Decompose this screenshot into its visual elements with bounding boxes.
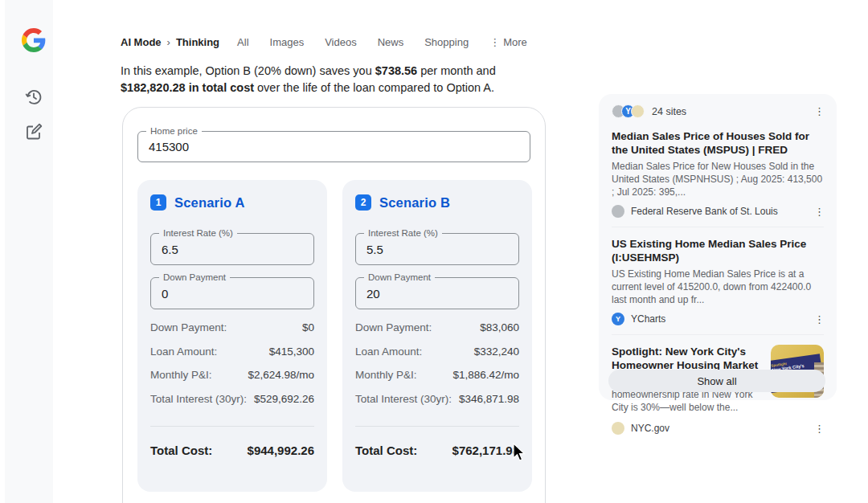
source-entry: Median Sales Price of Houses Sold for th… [612, 129, 824, 218]
divider [150, 426, 314, 427]
result-row: Down Payment:$83,060 [355, 321, 519, 333]
scenario-b-title: Scenario B [379, 195, 450, 211]
tab-news[interactable]: News [378, 36, 404, 48]
result-row: Loan Amount:$332,240 [355, 346, 519, 358]
scenario-b-results: Down Payment:$83,060 Loan Amount:$332,24… [355, 321, 519, 405]
scenario-a-title: Scenario A [174, 195, 245, 211]
source-site-name: Federal Reserve Bank of St. Louis [631, 206, 778, 217]
tab-more[interactable]: ⋮ More [489, 36, 527, 48]
search-mode-nav: AI Mode › Thinking All Images Videos New… [121, 36, 527, 48]
source-snippet: US Existing Home Median Sales Price is a… [612, 268, 824, 306]
google-logo-icon[interactable] [22, 28, 46, 52]
result-row: Total Interest (30yr):$529,692.26 [150, 393, 314, 405]
entry-kebab-icon[interactable]: ⋮ [814, 206, 824, 218]
entry-kebab-icon[interactable]: ⋮ [814, 423, 824, 435]
scenario-a-total-value: $944,992.26 [248, 444, 314, 457]
tab-shopping[interactable]: Shopping [424, 36, 469, 48]
tab-all[interactable]: All [237, 36, 248, 48]
divider [612, 334, 824, 335]
compose-icon[interactable] [24, 122, 43, 141]
tab-images[interactable]: Images [270, 36, 305, 48]
scenario-a-down-field: Down Payment [150, 277, 314, 309]
sources-header: Y 24 sites ⋮ [612, 104, 824, 118]
source-title[interactable]: Spotlight: New York City's Homeowner Hou… [612, 345, 763, 372]
divider [355, 426, 519, 427]
scenario-a-badge: 1 [150, 194, 166, 211]
nyc-favicon [612, 422, 624, 435]
entry-kebab-icon[interactable]: ⋮ [814, 313, 824, 325]
scenario-a-results: Down Payment:$0 Loan Amount:$415,300 Mon… [150, 321, 314, 405]
sources-panel: Y 24 sites ⋮ Median Sales Price of House… [599, 94, 837, 400]
source-site-name: NYC.gov [631, 423, 669, 434]
sources-kebab-icon[interactable]: ⋮ [814, 105, 824, 117]
breadcrumb-thinking[interactable]: Thinking [176, 36, 219, 48]
scenario-a-total-row: Total Cost: $944,992.26 [150, 444, 314, 457]
more-label: More [503, 36, 527, 48]
scenario-a-card: 1 Scenario A Interest Rate (%) Down Paym… [137, 180, 327, 492]
breadcrumb-separator: › [167, 36, 170, 48]
home-price-field: Home price [137, 131, 530, 162]
result-row: Monthly P&I:$2,624.98/mo [150, 369, 314, 381]
scenario-b-interest-field: Interest Rate (%) [355, 233, 519, 265]
fred-favicon [612, 205, 624, 218]
scenario-b-total-value: $762,171.98 [452, 444, 519, 457]
divider [612, 227, 824, 227]
result-row: Loan Amount:$415,300 [150, 346, 314, 358]
result-row: Total Interest (30yr):$346,871.98 [355, 393, 519, 405]
ycharts-favicon: Y [612, 313, 624, 325]
interest-rate-label: Interest Rate (%) [364, 228, 442, 239]
result-row: Monthly P&I:$1,886.42/mo [355, 369, 519, 381]
scenario-b-badge: 2 [355, 194, 371, 211]
interest-rate-label: Interest Rate (%) [159, 228, 237, 239]
home-price-label: Home price [146, 126, 202, 137]
source-title[interactable]: US Existing Home Median Sales Price (I:U… [612, 237, 824, 264]
source-favicon-stack: Y [612, 104, 645, 118]
breadcrumb-ai-mode[interactable]: AI Mode [121, 36, 162, 48]
history-icon[interactable] [24, 88, 43, 107]
answer-total-savings: $182,820.28 in total cost [121, 81, 254, 94]
source-entry: US Existing Home Median Sales Price (I:U… [612, 237, 824, 325]
source-site-name: YCharts [631, 313, 665, 325]
scenario-a-interest-field: Interest Rate (%) [150, 233, 314, 265]
scenario-b-down-field: Down Payment [355, 277, 519, 309]
tab-videos[interactable]: Videos [325, 36, 357, 48]
more-kebab-icon: ⋮ [489, 36, 499, 48]
nyc-favicon [631, 104, 645, 118]
down-payment-label: Down Payment [364, 272, 435, 283]
mortgage-calculator-panel: Home price 1 Scenario A Interest Rate (%… [122, 107, 546, 503]
ai-answer-text: In this example, Option B (20% down) sav… [121, 63, 555, 96]
scenario-b-card: 2 Scenario B Interest Rate (%) Down Paym… [342, 180, 532, 492]
scenario-b-total-row: Total Cost: $762,171.98 [355, 444, 519, 457]
source-title[interactable]: Median Sales Price of Houses Sold for th… [612, 129, 824, 157]
show-all-button[interactable]: Show all [608, 370, 825, 392]
result-row: Down Payment:$0 [150, 321, 314, 333]
left-rail [5, 0, 53, 503]
sites-count: 24 sites [652, 106, 686, 117]
down-payment-label: Down Payment [159, 272, 230, 283]
answer-monthly-savings: $738.56 [375, 64, 417, 77]
source-snippet: Median Sales Price for New Houses Sold i… [612, 160, 824, 198]
